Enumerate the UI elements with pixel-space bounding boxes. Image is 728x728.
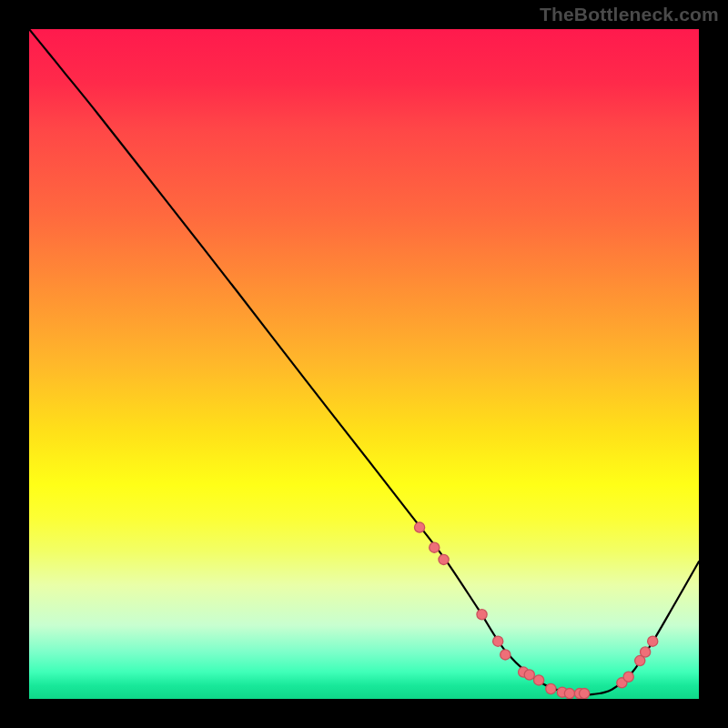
bottleneck-curve: [29, 29, 699, 694]
chart-stage: TheBottleneck.com: [0, 0, 728, 728]
data-point: [500, 650, 511, 660]
watermark-text: TheBottleneck.com: [540, 4, 719, 25]
marker-group: [414, 522, 657, 699]
data-point: [580, 689, 590, 699]
curve-layer: [29, 29, 699, 699]
data-point: [477, 610, 487, 620]
data-point: [439, 554, 449, 564]
data-point: [414, 522, 424, 532]
data-point: [524, 670, 534, 680]
data-point: [430, 542, 440, 552]
data-point: [564, 689, 574, 699]
data-point: [493, 636, 503, 646]
plot-area: [29, 29, 699, 699]
data-point: [546, 683, 556, 693]
data-point: [534, 675, 544, 685]
data-point: [648, 636, 658, 646]
data-point: [641, 647, 651, 657]
data-point: [623, 672, 633, 682]
